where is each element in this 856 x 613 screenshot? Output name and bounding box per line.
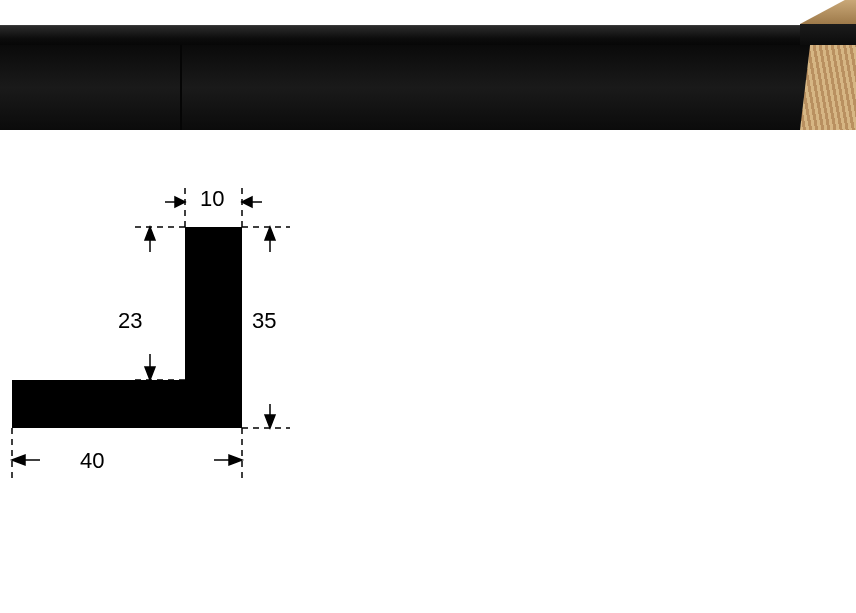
svg-marker-15 <box>265 227 275 240</box>
frame-top-endgrain <box>800 0 856 24</box>
frame-join-seam <box>180 45 182 130</box>
svg-marker-3 <box>175 197 185 207</box>
frame-lower-body <box>0 45 856 130</box>
frame-upper-rail <box>0 25 800 47</box>
frame-profile-photo <box>0 0 856 130</box>
dim-label-overall-width: 40 <box>80 448 104 474</box>
svg-marker-17 <box>265 415 275 428</box>
dim-arrow-overall-width <box>12 455 242 465</box>
dim-label-overall-height: 35 <box>252 308 276 334</box>
dim-arrow-rebate-depth <box>145 227 155 380</box>
dim-label-top-width: 10 <box>200 186 224 212</box>
svg-marker-23 <box>229 455 242 465</box>
cross-section-diagram: 10 23 35 40 <box>0 158 320 528</box>
svg-marker-21 <box>12 455 25 465</box>
frame-upper-rail-endcap <box>800 24 856 46</box>
dim-label-rebate-depth: 23 <box>118 308 142 334</box>
svg-marker-9 <box>145 227 155 240</box>
svg-marker-11 <box>145 367 155 380</box>
svg-marker-5 <box>242 197 252 207</box>
